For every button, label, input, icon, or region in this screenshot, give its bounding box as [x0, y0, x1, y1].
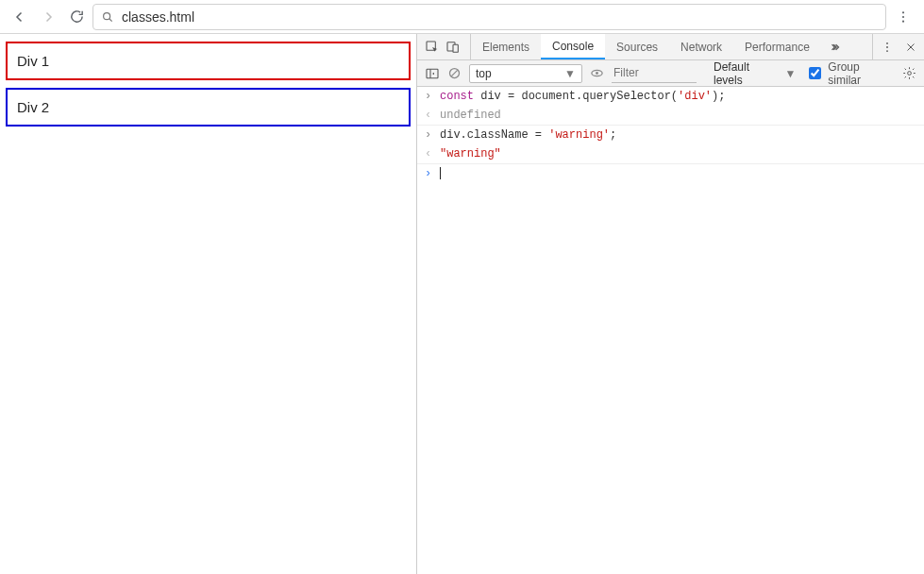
page-div-2: Div 2 [6, 88, 411, 127]
browser-toolbar [0, 0, 924, 34]
execution-context-select[interactable]: top ▼ [469, 64, 582, 83]
devtools-lead-icons [417, 34, 471, 59]
console-input-line: › div.className = 'warning'; [417, 126, 924, 144]
search-icon [101, 10, 114, 24]
console-prompt[interactable] [440, 167, 441, 181]
svg-rect-6 [453, 44, 458, 52]
clear-console-button[interactable] [447, 66, 462, 80]
device-toggle-icon[interactable] [445, 40, 461, 55]
devtools-panel: Elements Console Sources Network Perform… [416, 34, 924, 574]
prompt-chevron-icon: › [425, 167, 434, 180]
svg-point-8 [886, 46, 888, 48]
group-similar-checkbox[interactable]: Group similar [805, 60, 895, 87]
console-input-line: › const div = document.querySelector('di… [417, 87, 924, 106]
dropdown-arrow-icon: ▼ [784, 67, 796, 80]
console-result: "warning" [440, 147, 501, 160]
input-chevron-icon: › [425, 90, 434, 103]
console-body[interactable]: › const div = document.querySelector('di… [417, 87, 924, 574]
svg-point-3 [902, 20, 904, 22]
svg-point-2 [902, 15, 904, 17]
log-levels-select[interactable]: Default levels ▼ [712, 64, 798, 83]
nav-back-button[interactable] [8, 5, 32, 29]
tab-elements[interactable]: Elements [471, 34, 541, 59]
main-split: Div 1 Div 2 Elements Console Sources Net… [0, 34, 924, 574]
log-levels-value: Default levels [714, 60, 781, 87]
group-similar-input[interactable] [809, 67, 821, 79]
console-filter-input[interactable] [612, 64, 697, 83]
live-expression-icon[interactable] [590, 66, 604, 80]
page-div-1: Div 1 [6, 42, 411, 80]
console-prompt-line[interactable]: › [417, 164, 924, 184]
devtools-menu-button[interactable] [881, 41, 894, 54]
tab-console[interactable]: Console [541, 34, 605, 59]
reload-button[interactable] [64, 5, 89, 29]
tabs-overflow-button[interactable] [821, 34, 849, 59]
console-result: undefined [440, 109, 501, 122]
nav-forward-button[interactable] [36, 5, 60, 29]
rendered-page: Div 1 Div 2 [0, 34, 416, 574]
browser-menu-button[interactable] [890, 9, 916, 25]
tab-performance[interactable]: Performance [733, 34, 821, 59]
svg-point-9 [886, 50, 888, 52]
input-chevron-icon: › [425, 128, 434, 142]
tab-sources[interactable]: Sources [605, 34, 669, 59]
inspect-element-icon[interactable] [425, 40, 440, 55]
console-code: div.className = 'warning'; [440, 128, 616, 142]
console-output-line: ‹ undefined [417, 106, 924, 126]
tab-network[interactable]: Network [669, 34, 733, 59]
url-input[interactable] [120, 8, 878, 25]
devtools-trail-icons [872, 34, 924, 59]
devtools-close-button[interactable] [905, 42, 916, 53]
console-output-line: ‹ "warning" [417, 144, 924, 164]
svg-point-7 [886, 42, 888, 43]
svg-point-14 [908, 72, 912, 76]
address-bar[interactable] [92, 4, 886, 30]
devtools-tab-bar: Elements Console Sources Network Perform… [417, 34, 924, 60]
console-settings-icon[interactable] [902, 66, 916, 80]
console-code: const div = document.querySelector('div'… [440, 90, 725, 103]
console-sidebar-toggle-icon[interactable] [425, 66, 440, 81]
dropdown-arrow-icon: ▼ [564, 67, 576, 80]
svg-point-0 [104, 12, 110, 19]
group-similar-label: Group similar [828, 60, 895, 87]
output-chevron-icon: ‹ [425, 147, 434, 160]
output-chevron-icon: ‹ [425, 109, 434, 122]
execution-context-value: top [476, 67, 492, 80]
svg-point-1 [902, 11, 904, 13]
svg-point-13 [596, 72, 598, 75]
console-toolbar: top ▼ Default levels ▼ Group similar [417, 60, 924, 87]
